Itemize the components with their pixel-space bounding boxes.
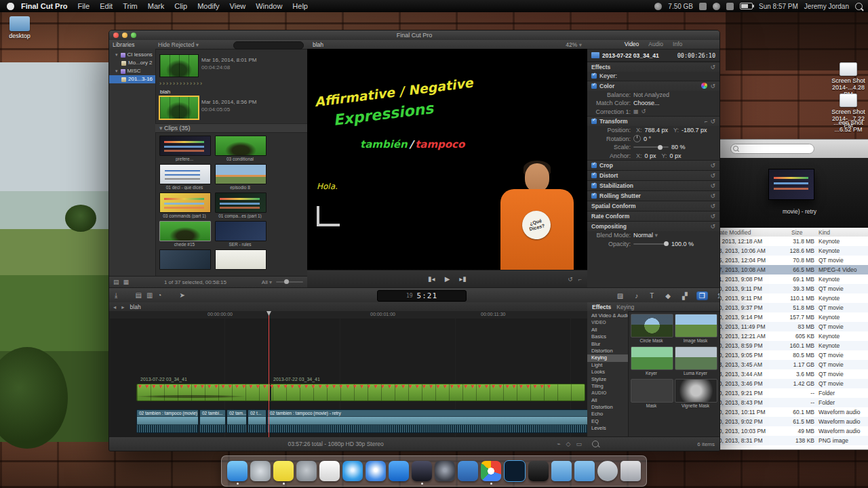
spotlight-icon[interactable] xyxy=(855,3,863,10)
table-row[interactable]: 30, 2013, 10:11 PM 60.1 MB Waveform audi… xyxy=(711,407,868,417)
tab-info[interactable]: Info xyxy=(673,40,682,49)
table-row[interactable]: 30, 2013, 8:59 PM 160.1 MB Keynote xyxy=(711,341,868,350)
tab-video[interactable]: Video xyxy=(625,40,639,49)
table-row[interactable]: 30, 2013, 9:14 PM 157.7 MB Keynote xyxy=(711,312,868,322)
rotation-dial[interactable] xyxy=(633,135,641,142)
table-row[interactable]: 23, 2013, 3:45 AM 1.17 GB QT movie xyxy=(711,360,868,369)
file-preview-thumbnail[interactable] xyxy=(768,169,814,200)
select-tool-button[interactable]: ➤ xyxy=(179,289,184,302)
effect-thumbnail[interactable] xyxy=(675,379,717,403)
clip-cell[interactable] xyxy=(159,249,210,275)
clip-thumbnail[interactable] xyxy=(215,192,267,213)
menu-item[interactable]: Trim xyxy=(123,2,138,10)
timeline-clip[interactable]: 02 t... xyxy=(248,409,267,433)
reset-icon[interactable] xyxy=(710,118,715,125)
wifi-icon[interactable] xyxy=(726,3,734,10)
clip-cell[interactable]: chede #15 xyxy=(159,221,210,247)
row-correction[interactable]: Correction 1: ▦ ↺ xyxy=(587,108,719,117)
timeline-tracks[interactable]: 2013-07-22 03_34_41 2013-07-22 03_34_41 … xyxy=(109,319,587,437)
clip-cell[interactable]: 01 compa...es (part 1) xyxy=(215,192,265,218)
dock-app-icon[interactable] xyxy=(574,461,595,481)
dock-app-icon[interactable] xyxy=(296,461,317,481)
titles-browser-icon[interactable]: T xyxy=(647,291,656,300)
clip-thumbnail[interactable] xyxy=(215,249,267,270)
checkbox-icon[interactable] xyxy=(591,183,597,188)
effects-category-item[interactable]: Levels xyxy=(587,425,628,432)
table-row[interactable]: 30, 2013, 9:05 PM 80.5 MB QT movie xyxy=(711,350,868,360)
onscreen-controls-icon[interactable]: ⌐ xyxy=(705,119,708,125)
media-tool-icon[interactable]: ▤ xyxy=(135,289,141,302)
anchor-y-field[interactable]: 0 px xyxy=(670,152,682,159)
opacity-slider[interactable] xyxy=(633,243,669,245)
effect-tile[interactable]: Vignette Mask xyxy=(675,379,716,409)
video-canvas[interactable]: Affirmative / Negative Expressions tambi… xyxy=(307,49,587,270)
tab-audio[interactable]: Audio xyxy=(648,40,663,49)
color-wheel-icon[interactable] xyxy=(701,83,707,89)
effect-tile[interactable]: Mask xyxy=(631,379,672,409)
section-effects[interactable]: Effects xyxy=(587,62,719,72)
sidebar-item[interactable]: CI lessons xyxy=(109,51,155,59)
row-keyer[interactable]: Keyer: xyxy=(587,72,719,81)
list-view-icon[interactable]: ▦ xyxy=(123,279,130,285)
loop-playback-icon[interactable]: ↺ xyxy=(568,276,573,283)
section-color[interactable]: Color xyxy=(587,81,719,91)
menu-item[interactable]: Edit xyxy=(100,2,113,10)
table-row[interactable]: 30, 2013, 8:31 PM 138 KB PNG image xyxy=(711,436,868,445)
reset-icon[interactable] xyxy=(710,182,715,189)
menu-item[interactable]: Help xyxy=(292,2,308,10)
dock-app-icon[interactable] xyxy=(389,461,409,481)
effects-category-item[interactable]: Light xyxy=(587,362,628,369)
apple-menu-icon[interactable] xyxy=(7,3,14,10)
music-browser-icon[interactable]: ♪ xyxy=(632,291,641,300)
table-row[interactable]: 25, 2013, 12:04 PM 70.8 MB QT movie xyxy=(711,256,868,265)
clip-appearance-icon[interactable]: ▭ xyxy=(576,441,582,447)
clip-cell[interactable]: 01 deci - que dices xyxy=(159,164,210,190)
effect-tile[interactable]: Image Mask xyxy=(675,314,716,344)
scale-field[interactable]: 80 % xyxy=(671,144,686,150)
effect-thumbnail[interactable] xyxy=(631,379,673,403)
finder-coverflow-preview[interactable]: movie) - retry xyxy=(711,158,868,228)
transitions-browser-icon[interactable]: ▞ xyxy=(679,291,690,300)
effects-category-item[interactable]: Blur xyxy=(587,341,628,348)
checkbox-icon[interactable] xyxy=(591,119,597,124)
checkbox-icon[interactable] xyxy=(591,173,597,178)
clip-cell[interactable]: SER - rules xyxy=(215,221,265,247)
section-crop[interactable]: Crop xyxy=(587,160,719,170)
checkbox-icon[interactable] xyxy=(591,73,597,79)
clip-thumbnail[interactable] xyxy=(215,136,267,156)
table-row[interactable]: 30, 2013, 9:11 PM 110.1 MB Keynote xyxy=(711,293,868,303)
filter-dropdown[interactable]: All xyxy=(262,279,272,285)
background-tasks-icon[interactable]: ◔ xyxy=(157,289,161,302)
finder-search-input[interactable] xyxy=(730,144,814,154)
table-row[interactable]: 30, 2013, 10:03 PM 49 MB Waveform audio xyxy=(711,426,868,436)
effect-tile[interactable]: Luma Keyer xyxy=(675,346,716,376)
dock-app-icon[interactable] xyxy=(227,461,248,481)
dock-app-icon[interactable] xyxy=(435,461,455,481)
checkbox-icon[interactable] xyxy=(591,163,597,168)
section-compositing[interactable]: Compositing xyxy=(587,221,719,231)
reset-icon[interactable] xyxy=(710,213,715,220)
effects-category-item[interactable]: Stylize xyxy=(587,376,628,383)
display-icon[interactable] xyxy=(699,3,707,10)
table-row[interactable]: 30, 2013, 9:37 PM 51.8 MB QT movie xyxy=(711,303,868,312)
effects-category-item[interactable]: All xyxy=(587,397,628,404)
sidebar-item[interactable]: 201...3-16 xyxy=(109,75,155,83)
timeline-clip[interactable]: 02 tam... xyxy=(226,409,247,433)
photos-browser-icon[interactable]: ▨ xyxy=(614,291,626,300)
import-media-button[interactable]: ⤓ xyxy=(115,289,117,302)
effects-category-item[interactable]: All Video & Audio xyxy=(587,312,628,319)
effect-thumbnail[interactable] xyxy=(631,346,673,370)
desktop-screenshot-icon[interactable]: ...een Shot ...6.52 PM xyxy=(829,119,868,133)
playhead[interactable] xyxy=(269,311,269,437)
sidebar-item[interactable]: MISC xyxy=(109,67,155,75)
next-frame-button[interactable]: ▸▮ xyxy=(459,275,467,283)
filmstrip-view-icon[interactable]: ▤ xyxy=(113,279,119,285)
table-row[interactable]: 31, 2013, 9:08 PM 69.1 MB Keynote xyxy=(711,274,868,284)
section-stabilization[interactable]: Stabilization xyxy=(587,180,719,190)
column-header-date[interactable]: Date Modified xyxy=(715,229,751,236)
table-row[interactable]: 30, 2013, 9:11 PM 39.3 MB QT movie xyxy=(711,284,868,293)
clip-thumbnail[interactable] xyxy=(159,249,211,270)
balance-value[interactable]: Not Analyzed xyxy=(633,92,669,98)
thumbnail-zoom-slider[interactable] xyxy=(276,281,303,283)
time-machine-icon[interactable] xyxy=(654,3,662,10)
